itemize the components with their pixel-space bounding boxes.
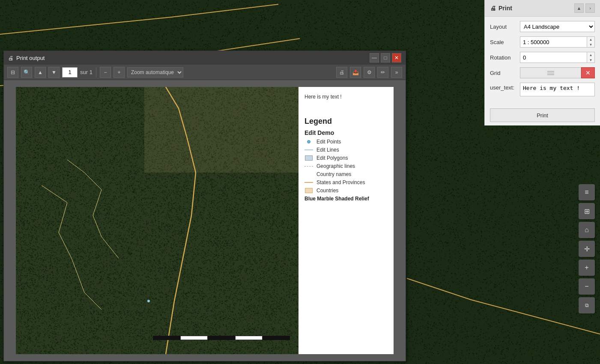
grid-line-3 <box>547 75 554 75</box>
legend-base-layer: Blue Marble Shaded Relief <box>304 196 388 202</box>
rotation-down-btn[interactable]: ▼ <box>587 57 594 63</box>
map-zoom-out-btn[interactable]: − <box>579 278 595 295</box>
print-btn[interactable]: 🖨 <box>336 67 347 78</box>
zoom-in-btn[interactable]: + <box>113 67 125 78</box>
grid-lines-icon <box>547 71 554 75</box>
legend-label-polygons: Edit Polygons <box>316 155 348 161</box>
usertext-input[interactable] <box>520 83 595 96</box>
scale-down-btn[interactable]: ▼ <box>587 42 594 47</box>
minimize-btn[interactable]: — <box>370 53 379 63</box>
print-legend: Here is my text ! Legend Edit Demo Edit … <box>299 87 394 354</box>
scale-seg-3 <box>208 336 235 340</box>
export-btn[interactable]: 📤 <box>350 67 361 78</box>
edit-btn[interactable]: ✏ <box>377 67 388 78</box>
map-zoom-in-btn[interactable]: + <box>579 260 595 276</box>
window-title-text: Print output <box>16 55 45 61</box>
legend-title: Legend <box>304 117 388 126</box>
grid-remove-btn[interactable]: ✕ <box>581 67 595 78</box>
print-content-area: -10 0 10 20 30 50 <box>4 80 406 361</box>
grid-row: Grid ✕ <box>490 67 595 78</box>
print-output-window: 🖨 Print output — □ ✕ ⊟ 🔍 ▲ ▼ sur 1 − + Z… <box>3 51 406 361</box>
legend-label-states: States and Provinces <box>316 179 365 185</box>
legend-label-geo-lines: Geographic lines <box>316 163 355 169</box>
scale-labels: -10 0 10 20 30 <box>157 329 294 333</box>
print-toolbar: ⊟ 🔍 ▲ ▼ sur 1 − + Zoom automatique 25% 5… <box>4 65 406 80</box>
window-title: 🖨 Print output <box>8 55 45 61</box>
grid-line-2 <box>547 73 554 73</box>
legend-item-points: Edit Points <box>304 139 388 145</box>
legend-group-title: Edit Demo <box>304 129 388 136</box>
home-extent-btn[interactable]: ⌂ <box>579 222 595 238</box>
legend-label-lines: Edit Lines <box>316 147 339 153</box>
printer-icon-panel: 🖨 <box>490 5 496 12</box>
window-titlebar: 🖨 Print output — □ ✕ <box>4 51 406 65</box>
printer-icon: 🖨 <box>8 55 14 61</box>
more-btn[interactable]: » <box>391 67 402 78</box>
grid-controls: ✕ <box>520 67 595 78</box>
scale-label-2: 10 <box>223 329 227 333</box>
restore-btn[interactable]: □ <box>381 53 390 63</box>
scale-bar-graphic <box>153 336 290 340</box>
print-page: -10 0 10 20 30 50 <box>16 87 394 354</box>
scale-seg-4 <box>235 336 263 340</box>
copy-extent-btn[interactable]: ⧉ <box>579 297 595 313</box>
legend-sym-lines <box>304 147 313 153</box>
next-page-btn[interactable]: ▼ <box>48 67 60 78</box>
grid-lines-btn[interactable] <box>520 67 581 78</box>
crosshair-btn[interactable]: ✛ <box>579 241 595 257</box>
user-text: Here is my text ! <box>304 94 388 100</box>
rotation-spinner: ▲ ▼ <box>520 52 595 63</box>
legend-item-states: States and Provinces <box>304 179 388 185</box>
print-map-area: -10 0 10 20 30 50 <box>16 87 299 354</box>
scale-row: Scale ▲ ▼ <box>490 36 595 48</box>
panel-title-text: Print <box>499 5 512 12</box>
grid-line-1 <box>547 71 554 72</box>
legend-item-geo-lines: Geographic lines <box>304 163 388 169</box>
usertext-label: user_text: <box>490 83 520 91</box>
scale-km-label: 50 km <box>292 334 299 342</box>
panel-collapse-btn[interactable]: ▲ <box>574 3 584 13</box>
zoom-out-btn[interactable]: − <box>100 67 111 78</box>
panel-header: 🖨 Print ▲ › <box>485 0 600 17</box>
right-panel: 🖨 Print ▲ › Layout A4 Landscape A4 Portr… <box>484 0 600 125</box>
rotation-input[interactable] <box>520 52 587 63</box>
search-btn[interactable]: 🔍 <box>21 67 32 78</box>
page-number-input[interactable] <box>62 67 78 78</box>
panel-body: Layout A4 Landscape A4 Portrait A3 Lands… <box>485 17 600 105</box>
rotation-up-btn[interactable]: ▲ <box>587 52 594 57</box>
zoom-select[interactable]: Zoom automatique 25% 50% 75% 100% <box>127 67 183 78</box>
layout-row: Layout A4 Landscape A4 Portrait A3 Lands… <box>490 21 595 32</box>
legend-item-lines: Edit Lines <box>304 147 388 153</box>
scale-seg-1 <box>153 336 180 340</box>
separator-1 <box>96 67 96 78</box>
scale-input[interactable] <box>520 36 587 48</box>
panel-title: 🖨 Print <box>490 5 512 12</box>
table-btn[interactable]: ⊞ <box>579 203 595 219</box>
legend-label-points: Edit Points <box>316 139 341 145</box>
panel-close-btn[interactable]: › <box>585 3 595 13</box>
legend-sym-points <box>304 139 313 145</box>
grid-label: Grid <box>490 70 520 76</box>
window-controls: — □ ✕ <box>370 53 401 63</box>
panel-controls: ▲ › <box>574 3 595 13</box>
legend-item-country-names: Country names <box>304 171 388 177</box>
scale-label-1: 0 <box>192 329 194 333</box>
legend-sym-polygons <box>304 155 313 161</box>
rotation-arrows: ▲ ▼ <box>587 52 595 63</box>
legend-label-countries: Countries <box>316 188 338 194</box>
legend-sym-states <box>304 179 313 185</box>
prev-page-btn[interactable]: ▲ <box>35 67 46 78</box>
settings-btn[interactable]: ⚙ <box>364 67 375 78</box>
legend-sym-country-names <box>304 171 313 177</box>
layers-panel-btn[interactable]: ≡ <box>579 184 595 200</box>
toggle-panel-btn[interactable]: ⊟ <box>7 67 18 78</box>
scale-arrows: ▲ ▼ <box>587 36 595 48</box>
scale-up-btn[interactable]: ▲ <box>587 37 594 42</box>
layout-select[interactable]: A4 Landscape A4 Portrait A3 Landscape <box>520 21 595 32</box>
scale-bar: -10 0 10 20 30 50 <box>153 329 299 342</box>
legend-items-list: Edit Points Edit Lines Edit Polygons Geo… <box>304 139 388 194</box>
close-btn[interactable]: ✕ <box>392 53 401 63</box>
side-buttons: ≡ ⊞ ⌂ ✛ + − ⧉ <box>579 184 595 313</box>
print-action-btn[interactable]: Print <box>490 108 595 122</box>
scale-label: Scale <box>490 39 520 45</box>
